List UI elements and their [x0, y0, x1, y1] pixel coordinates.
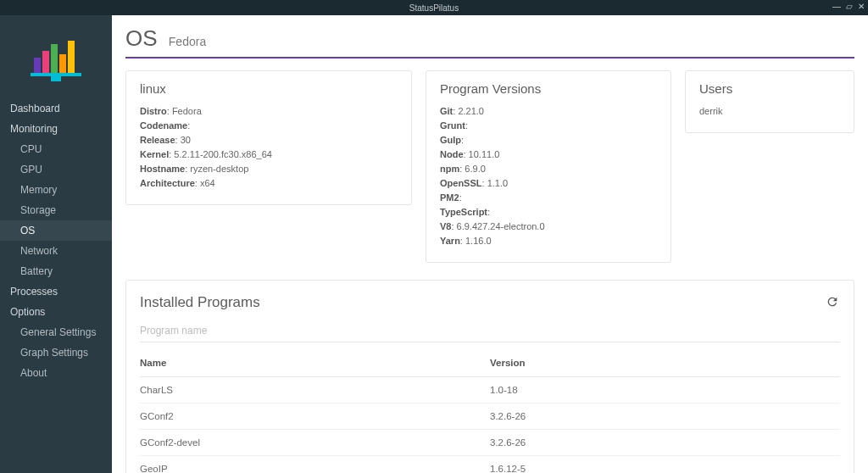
user-entry: derrik: [699, 104, 840, 119]
kv-key: npm: [440, 164, 459, 174]
kv-key: OpenSSL: [440, 178, 482, 188]
nav-subitem-os[interactable]: OS: [0, 220, 112, 241]
col-header-name: Name: [140, 349, 490, 377]
refresh-button[interactable]: [823, 292, 842, 311]
window-controls: — ▱ ✕: [832, 2, 865, 11]
svg-rect-5: [31, 73, 81, 76]
nav-subitem-general-settings[interactable]: General Settings: [0, 322, 112, 342]
kv-key: TypeScript: [440, 207, 487, 217]
table-row: CharLS1.0-18: [140, 377, 840, 403]
kv-row: Gulp:: [440, 133, 657, 147]
versions-kv-list: Git: 2.21.0Grunt: Gulp: Node: 10.11.0npm…: [440, 104, 657, 248]
kv-row: PM2:: [440, 191, 657, 205]
kv-key: Codename: [140, 120, 187, 131]
nav-subitem-memory[interactable]: Memory: [0, 180, 112, 200]
kv-key: Grunt: [440, 120, 465, 131]
installed-programs-table: Name Version CharLS1.0-18GConf23.2.6-26G…: [140, 349, 840, 473]
versions-card: Program Versions Git: 2.21.0Grunt: Gulp:…: [426, 70, 671, 263]
kv-row: Architecture: x64: [140, 176, 398, 191]
nav-menu: DashboardMonitoringCPUGPUMemoryStorageOS…: [0, 98, 112, 383]
table-row: GConf2-devel3.2.6-26: [140, 430, 840, 456]
svg-rect-0: [34, 58, 41, 73]
kv-key: Git: [440, 106, 453, 116]
kv-key: Yarn: [440, 236, 460, 246]
page-title-sub: Fedora: [169, 35, 206, 48]
kv-row: Hostname: ryzen-desktop: [140, 162, 398, 176]
linux-card-heading: linux: [140, 81, 398, 96]
nav-subitem-battery[interactable]: Battery: [0, 261, 112, 281]
kv-value: : ryzen-desktop: [185, 164, 248, 174]
kv-key: Hostname: [140, 164, 185, 174]
nav-item-dashboard[interactable]: Dashboard: [0, 98, 112, 119]
nav-subitem-cpu[interactable]: CPU: [0, 139, 112, 159]
kv-row: Codename:: [140, 119, 398, 133]
minimize-icon[interactable]: —: [832, 2, 841, 11]
program-search-input[interactable]: [140, 320, 840, 342]
program-name-cell: GConf2-devel: [140, 430, 490, 456]
kv-value: :: [461, 135, 464, 145]
linux-card: linux Distro: FedoraCodename: Release: 3…: [125, 70, 412, 205]
users-list: derrik: [699, 104, 840, 119]
kv-value: : Fedora: [167, 106, 202, 116]
bar-chart-icon: [25, 32, 86, 83]
installed-programs-card: Installed Programs Name Version CharLS1.…: [125, 280, 854, 473]
svg-rect-2: [51, 44, 58, 73]
nav-subitem-about[interactable]: About: [0, 363, 112, 383]
program-name-cell: CharLS: [140, 377, 490, 403]
kv-value: :: [187, 120, 190, 131]
kv-value: : 6.9.427.24-electron.0: [451, 221, 544, 231]
kv-key: V8: [440, 221, 451, 231]
kv-row: Kernel: 5.2.11-200.fc30.x86_64: [140, 147, 398, 162]
svg-rect-3: [59, 54, 66, 73]
nav-item-processes[interactable]: Processes: [0, 281, 112, 302]
kv-value: : 5.2.11-200.fc30.x86_64: [169, 149, 272, 159]
kv-key: Release: [140, 135, 175, 145]
nav-item-options[interactable]: Options: [0, 302, 112, 322]
sidebar: DashboardMonitoringCPUGPUMemoryStorageOS…: [0, 15, 112, 473]
kv-value: : 2.21.0: [453, 106, 484, 116]
kv-key: Distro: [140, 106, 167, 116]
main-content: OS Fedora linux Distro: FedoraCodename: …: [112, 15, 868, 473]
kv-value: : 30: [175, 135, 191, 145]
col-header-version: Version: [490, 349, 840, 377]
table-row: GConf23.2.6-26: [140, 403, 840, 430]
installed-heading: Installed Programs: [140, 294, 840, 311]
kv-value: : x64: [195, 178, 215, 188]
nav-subitem-graph-settings[interactable]: Graph Settings: [0, 342, 112, 363]
kv-row: npm: 6.9.0: [440, 162, 657, 176]
program-version-cell: 1.6.12-5: [490, 456, 840, 473]
svg-rect-6: [51, 76, 61, 81]
program-name-cell: GeoIP: [140, 456, 490, 473]
kv-row: Node: 10.11.0: [440, 147, 657, 162]
nav-subitem-network[interactable]: Network: [0, 241, 112, 261]
kv-value: : 1.16.0: [460, 236, 492, 246]
nav-subitem-gpu[interactable]: GPU: [0, 159, 112, 180]
kv-row: OpenSSL: 1.1.0: [440, 176, 657, 191]
window-title: StatusPilatus: [409, 3, 459, 13]
refresh-icon: [826, 295, 839, 309]
kv-key: Architecture: [140, 178, 195, 188]
kv-key: Kernel: [140, 149, 169, 159]
kv-value: :: [459, 192, 462, 203]
table-row: GeoIP1.6.12-5: [140, 456, 840, 473]
app-logo: [0, 24, 112, 98]
users-card-heading: Users: [699, 81, 840, 96]
program-version-cell: 3.2.6-26: [490, 430, 840, 456]
kv-row: Grunt:: [440, 119, 657, 133]
kv-key: PM2: [440, 192, 459, 203]
nav-item-monitoring[interactable]: Monitoring: [0, 119, 112, 139]
kv-value: : 10.11.0: [464, 149, 500, 159]
program-name-cell: GConf2: [140, 403, 490, 430]
kv-row: Yarn: 1.16.0: [440, 234, 657, 248]
svg-rect-1: [42, 51, 49, 73]
versions-card-heading: Program Versions: [440, 81, 657, 96]
kv-value: : 1.1.0: [482, 178, 509, 188]
kv-value: :: [487, 207, 490, 217]
maximize-icon[interactable]: ▱: [846, 2, 853, 11]
kv-row: V8: 6.9.427.24-electron.0: [440, 220, 657, 234]
linux-kv-list: Distro: FedoraCodename: Release: 30Kerne…: [140, 104, 398, 191]
program-version-cell: 1.0-18: [490, 377, 840, 403]
nav-subitem-storage[interactable]: Storage: [0, 200, 112, 220]
kv-key: Node: [440, 149, 464, 159]
close-icon[interactable]: ✕: [858, 2, 865, 11]
